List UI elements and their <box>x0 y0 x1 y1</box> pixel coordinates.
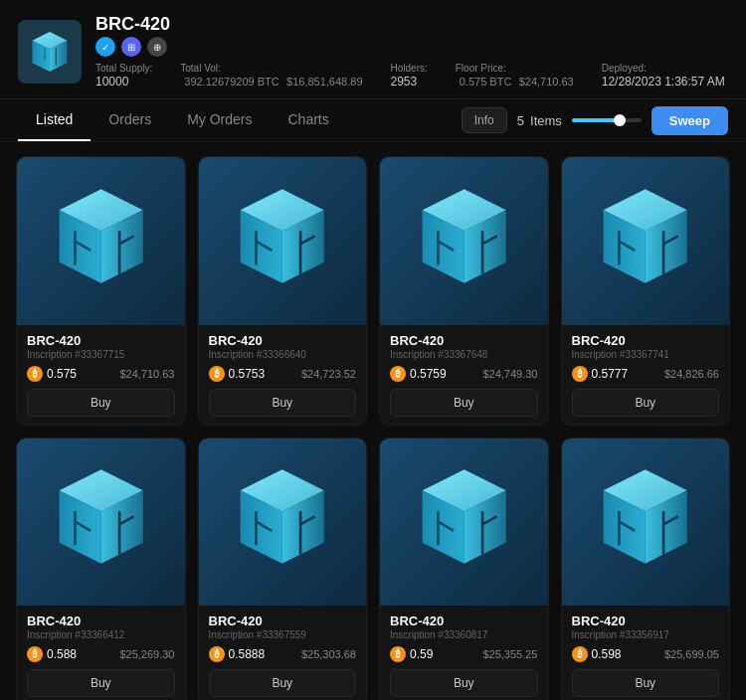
price-usd: $24,710.63 <box>119 368 174 380</box>
sweep-button[interactable]: Sweep <box>652 106 728 135</box>
card-price-row: ₿ 0.598 $25,699.05 <box>572 646 720 662</box>
price-btc: ₿ 0.5777 <box>572 366 629 382</box>
price-btc: ₿ 0.598 <box>572 646 622 662</box>
price-usd: $25,303.68 <box>301 648 356 660</box>
nft-image <box>380 438 548 607</box>
btc-amount: 0.59 <box>410 647 433 661</box>
card-body: BRC-420 Inscription #33366640 ₿ 0.5753 $… <box>199 325 367 425</box>
nft-grid: BRC-420 Inscription #33367715 ₿ 0.575 $2… <box>0 142 746 700</box>
nft-card: BRC-420 Inscription #33366412 ₿ 0.588 $2… <box>16 438 186 701</box>
card-title: BRC-420 <box>209 333 357 348</box>
price-usd: $25,699.05 <box>664 648 719 660</box>
card-body: BRC-420 Inscription #33367715 ₿ 0.575 $2… <box>17 325 185 425</box>
card-inscription: Inscription #33367741 <box>572 349 720 360</box>
btc-amount: 0.5753 <box>229 367 266 381</box>
card-body: BRC-420 Inscription #33367648 ₿ 0.5759 $… <box>380 325 548 425</box>
btc-amount: 0.5888 <box>229 647 266 661</box>
card-price-row: ₿ 0.5777 $24,826.66 <box>572 366 720 382</box>
buy-button[interactable]: Buy <box>572 389 720 417</box>
tabs-right-controls: Info 5 Items Sweep <box>462 106 728 135</box>
card-inscription: Inscription #33366412 <box>27 629 175 640</box>
tab-listed[interactable]: Listed <box>18 99 91 141</box>
card-title: BRC-420 <box>572 333 720 348</box>
card-inscription: Inscription #33367559 <box>209 629 357 640</box>
card-inscription: Inscription #33356917 <box>572 629 720 640</box>
card-title: BRC-420 <box>390 613 538 628</box>
price-btc: ₿ 0.59 <box>390 646 433 662</box>
btc-amount: 0.575 <box>47 367 77 381</box>
slider-thumb[interactable] <box>614 114 626 126</box>
card-title: BRC-420 <box>390 333 538 348</box>
collection-thumbnail <box>18 20 82 84</box>
tab-my-orders[interactable]: My Orders <box>169 99 270 141</box>
card-body: BRC-420 Inscription #33366412 ₿ 0.588 $2… <box>17 606 185 700</box>
btc-amount: 0.5777 <box>592 367 629 381</box>
collection-details: BRC-420 ✓ ⊞ ⊕ Total Supply: 10000 Total … <box>95 14 728 88</box>
price-btc: ₿ 0.5753 <box>209 366 266 382</box>
buy-button[interactable]: Buy <box>390 389 538 417</box>
btc-amount: 0.588 <box>47 647 77 661</box>
nft-image <box>17 157 185 325</box>
nft-image <box>199 438 367 607</box>
card-title: BRC-420 <box>27 333 175 348</box>
buy-button[interactable]: Buy <box>209 389 357 417</box>
card-price-row: ₿ 0.59 $25,355.25 <box>390 646 538 662</box>
collection-header: BRC-420 ✓ ⊞ ⊕ Total Supply: 10000 Total … <box>0 0 746 99</box>
btc-icon: ₿ <box>390 366 406 382</box>
price-btc: ₿ 0.5888 <box>209 646 266 662</box>
card-body: BRC-420 Inscription #33367741 ₿ 0.5777 $… <box>562 325 730 425</box>
nft-image <box>562 157 730 325</box>
buy-button[interactable]: Buy <box>27 669 175 697</box>
tab-charts[interactable]: Charts <box>271 99 347 141</box>
buy-button[interactable]: Buy <box>390 669 538 697</box>
discord-icon[interactable]: ⊞ <box>121 37 141 57</box>
btc-icon: ₿ <box>390 646 406 662</box>
social-icons-row: ✓ ⊞ ⊕ <box>95 37 728 57</box>
price-usd: $24,826.66 <box>664 368 719 380</box>
stat-total-supply: Total Supply: 10000 <box>95 63 152 88</box>
nft-image <box>199 157 367 325</box>
nft-card: BRC-420 Inscription #33367715 ₿ 0.575 $2… <box>16 156 186 426</box>
price-usd: $25,355.25 <box>482 648 537 660</box>
stat-floor-price: Floor Price: 0.575 BTC $24,710.63 <box>456 63 574 88</box>
stat-deployed: Deployed: 12/28/2023 1:36:57 AM <box>602 63 725 88</box>
price-usd: $25,269.30 <box>119 648 174 660</box>
nft-card: BRC-420 Inscription #33367741 ₿ 0.5777 $… <box>561 156 731 426</box>
nft-card: BRC-420 Inscription #33367648 ₿ 0.5759 $… <box>379 156 549 426</box>
card-price-row: ₿ 0.575 $24,710.63 <box>27 366 175 382</box>
globe-icon[interactable]: ⊕ <box>147 37 167 57</box>
btc-icon: ₿ <box>27 366 43 382</box>
card-body: BRC-420 Inscription #33356917 ₿ 0.598 $2… <box>562 606 730 700</box>
card-price-row: ₿ 0.5753 $24,723.52 <box>209 366 357 382</box>
nft-image <box>562 438 730 607</box>
btc-amount: 0.598 <box>592 647 622 661</box>
card-inscription: Inscription #33367648 <box>390 349 538 360</box>
items-slider[interactable] <box>572 118 642 122</box>
price-btc: ₿ 0.575 <box>27 366 77 382</box>
nft-card: BRC-420 Inscription #33360817 ₿ 0.59 $25… <box>379 438 549 701</box>
buy-button[interactable]: Buy <box>27 389 175 417</box>
nft-image <box>380 157 548 325</box>
card-title: BRC-420 <box>27 613 175 628</box>
card-title: BRC-420 <box>209 613 357 628</box>
card-inscription: Inscription #33367715 <box>27 349 175 360</box>
buy-button[interactable]: Buy <box>572 669 720 697</box>
price-btc: ₿ 0.5759 <box>390 366 447 382</box>
card-price-row: ₿ 0.5888 $25,303.68 <box>209 646 357 662</box>
tab-orders[interactable]: Orders <box>91 99 169 141</box>
card-title: BRC-420 <box>572 613 720 628</box>
twitter-icon[interactable]: ✓ <box>95 37 115 57</box>
collection-name: BRC-420 <box>95 14 728 35</box>
card-price-row: ₿ 0.5759 $24,749.30 <box>390 366 538 382</box>
price-btc: ₿ 0.588 <box>27 646 77 662</box>
info-button[interactable]: Info <box>462 107 507 133</box>
stats-row: Total Supply: 10000 Total Vol: 392.12679… <box>95 63 728 88</box>
tabs-bar: Listed Orders My Orders Charts Info 5 It… <box>0 99 746 142</box>
btc-icon: ₿ <box>572 366 588 382</box>
nft-card: BRC-420 Inscription #33367559 ₿ 0.5888 $… <box>198 438 368 701</box>
stat-total-vol: Total Vol: 392.12679209 BTC $16,851,648.… <box>180 63 362 88</box>
buy-button[interactable]: Buy <box>209 669 357 697</box>
nft-card: BRC-420 Inscription #33366640 ₿ 0.5753 $… <box>198 156 368 426</box>
btc-icon: ₿ <box>209 646 225 662</box>
card-inscription: Inscription #33360817 <box>390 629 538 640</box>
